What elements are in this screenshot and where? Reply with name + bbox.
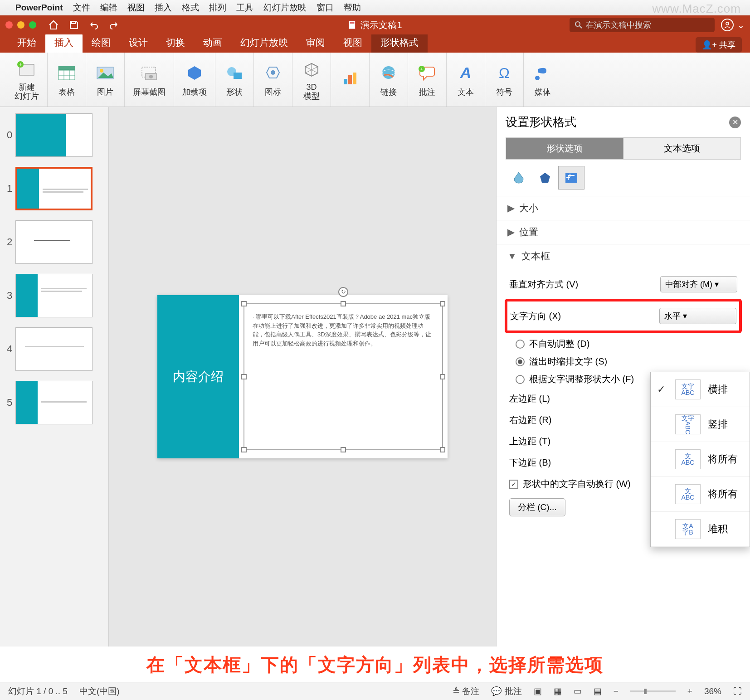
tab-view[interactable]: 视图 — [334, 34, 371, 53]
section-size[interactable]: ▶大小 — [497, 196, 750, 220]
dd-option-rotate-all-1[interactable]: 文ABC将所有 — [651, 442, 750, 477]
tab-review[interactable]: 审阅 — [297, 34, 334, 53]
fill-line-icon[interactable] — [506, 166, 532, 190]
minimize-window-button[interactable] — [17, 21, 24, 29]
resize-handle-e[interactable] — [440, 374, 445, 379]
tab-design[interactable]: 设计 — [120, 34, 157, 53]
resize-handle-n[interactable] — [341, 301, 346, 306]
pane-tab-text-options[interactable]: 文本选项 — [623, 137, 741, 160]
section-position[interactable]: ▶位置 — [497, 220, 750, 244]
dd-option-horizontal[interactable]: ✓文字ABC横排 — [651, 372, 750, 407]
tab-draw[interactable]: 绘图 — [83, 34, 120, 53]
tab-animations[interactable]: 动画 — [194, 34, 231, 53]
save-icon[interactable] — [69, 20, 79, 30]
thumbnail-5[interactable]: 5 — [4, 381, 105, 424]
notes-button[interactable]: ≜ 备注 — [453, 685, 479, 697]
radio-shrink-text[interactable]: 溢出时缩排文字 (S) — [509, 353, 737, 370]
chevron-down-icon[interactable]: ⌄ — [737, 20, 745, 30]
home-icon[interactable] — [48, 19, 59, 30]
ribbon-3d[interactable]: 3D 模型 — [292, 53, 331, 107]
ribbon-picture[interactable]: 图片 — [86, 53, 125, 107]
sorter-view-icon[interactable]: ▦ — [554, 686, 562, 696]
comments-button[interactable]: 💬 批注 — [491, 685, 521, 697]
menu-edit[interactable]: 编辑 — [100, 2, 117, 14]
ribbon-comment[interactable]: +批注 — [408, 53, 447, 107]
selected-text-frame[interactable]: · 哪里可以下载After Effects2021直装版？Adobe ae 20… — [244, 303, 443, 450]
ribbon-media[interactable]: 媒体 — [524, 53, 562, 107]
tab-shape-format[interactable]: 形状格式 — [371, 34, 428, 53]
tab-home[interactable]: 开始 — [8, 34, 45, 53]
search-input[interactable]: 在演示文稿中搜索 — [570, 18, 715, 32]
resize-handle-nw[interactable] — [241, 301, 247, 306]
language-label[interactable]: 中文(中国) — [79, 685, 120, 697]
thumbnail-4[interactable]: 4 — [4, 327, 105, 371]
slide-canvas[interactable]: 内容介绍 · 哪里可以下载After Effects2021直装版？Adobe … — [109, 107, 496, 647]
tab-transitions[interactable]: 切换 — [157, 34, 194, 53]
dd-option-rotate-all-2[interactable]: 文ABC将所有 — [651, 477, 750, 512]
ribbon-symbol[interactable]: Ω符号 — [485, 53, 524, 107]
close-window-button[interactable] — [5, 21, 13, 29]
fit-to-window-button[interactable]: ⛶ — [733, 686, 742, 696]
reading-view-icon[interactable]: ▭ — [574, 686, 582, 696]
size-properties-icon[interactable] — [558, 166, 584, 190]
redo-icon[interactable] — [109, 20, 119, 30]
svg-point-32 — [535, 76, 540, 80]
thumbnail-3[interactable]: 3 — [4, 274, 105, 317]
normal-view-icon[interactable]: ▣ — [534, 686, 542, 696]
ribbon-shapes[interactable]: 形状 — [215, 53, 254, 107]
slide-counter[interactable]: 幻灯片 1 / 0 .. 5 — [8, 685, 68, 697]
thumbnail-2[interactable]: 2 — [4, 220, 105, 264]
share-button[interactable]: 👤+ 共享 — [696, 37, 742, 53]
app-name[interactable]: PowerPoint — [15, 3, 63, 13]
resize-handle-sw[interactable] — [241, 447, 247, 452]
pane-tab-shape-options[interactable]: 形状选项 — [506, 137, 623, 160]
ribbon-table[interactable]: 表格 — [48, 53, 86, 107]
columns-button[interactable]: 分栏 (C)... — [509, 498, 565, 516]
tab-slideshow[interactable]: 幻灯片放映 — [231, 34, 297, 53]
thumbnail-1[interactable]: 1 — [4, 167, 105, 210]
zoom-in-button[interactable]: + — [687, 686, 692, 696]
ribbon-link[interactable]: 链接 — [370, 53, 408, 107]
maximize-window-button[interactable] — [29, 21, 36, 29]
zoom-percent[interactable]: 36% — [704, 686, 721, 696]
menu-help[interactable]: 帮助 — [344, 2, 361, 14]
rotate-handle[interactable]: ↻ — [338, 287, 348, 297]
radio-no-autofit[interactable]: 不自动调整 (D) — [509, 335, 737, 353]
zoom-out-button[interactable]: − — [614, 686, 619, 696]
svg-text:+: + — [420, 66, 423, 72]
menu-window[interactable]: 窗口 — [317, 2, 334, 14]
resize-handle-se[interactable] — [440, 447, 445, 452]
menu-file[interactable]: 文件 — [73, 2, 90, 14]
ribbon-new-slide[interactable]: +新建 幻灯片 — [6, 53, 48, 107]
text-direction-select[interactable]: 水平 ▾ — [659, 308, 736, 324]
zoom-slider[interactable] — [630, 690, 676, 692]
resize-handle-w[interactable] — [241, 374, 247, 379]
resize-handle-s[interactable] — [341, 447, 346, 452]
tab-insert[interactable]: 插入 — [45, 34, 83, 53]
ribbon-addins[interactable]: 加载项 — [174, 53, 215, 107]
undo-icon[interactable] — [89, 20, 99, 30]
menu-view[interactable]: 视图 — [127, 2, 145, 14]
close-pane-button[interactable]: ✕ — [729, 117, 741, 128]
slide-title-box[interactable]: 内容介绍 — [157, 295, 239, 458]
ribbon-screenshot[interactable]: 屏幕截图 — [125, 53, 174, 107]
ribbon-text[interactable]: A文本 — [447, 53, 485, 107]
menu-format[interactable]: 格式 — [182, 2, 199, 14]
menu-tools[interactable]: 工具 — [236, 2, 253, 14]
svg-rect-13 — [58, 66, 75, 70]
slideshow-view-icon[interactable]: ▤ — [594, 686, 602, 696]
svg-rect-23 — [348, 75, 352, 84]
menu-insert[interactable]: 插入 — [155, 2, 172, 14]
user-avatar-icon[interactable] — [721, 19, 734, 31]
menu-arrange[interactable]: 排列 — [209, 2, 226, 14]
thumbnail-0[interactable]: 0 — [4, 113, 105, 157]
section-textbox[interactable]: ▼文本框 — [497, 244, 750, 268]
effects-icon[interactable] — [532, 166, 558, 190]
ribbon-icons[interactable]: 图标 — [254, 53, 292, 107]
dd-option-vertical[interactable]: 文字ABC竖排 — [651, 407, 750, 442]
ribbon-chart[interactable] — [331, 53, 370, 107]
dd-option-stacked[interactable]: 文A字B堆积 — [651, 512, 750, 547]
vertical-align-select[interactable]: 中部对齐 (M) ▾ — [660, 276, 737, 292]
resize-handle-ne[interactable] — [440, 301, 445, 306]
menu-slideshow[interactable]: 幻灯片放映 — [263, 2, 307, 14]
